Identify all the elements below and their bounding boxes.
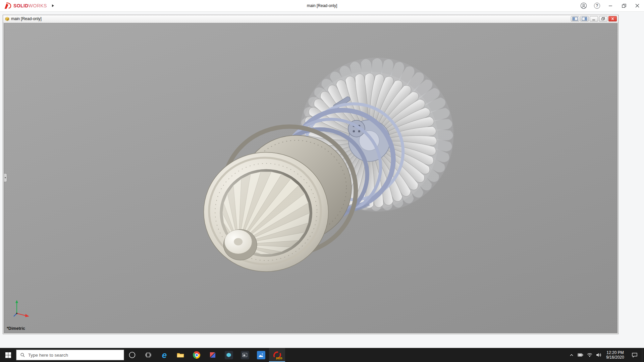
- network-status-button[interactable]: [585, 348, 594, 362]
- screenshot-tool-icon: [241, 351, 249, 359]
- show-desktop-strip[interactable]: [642, 348, 644, 362]
- document-title: main [Read-only]: [11, 16, 42, 21]
- app-titlebar: SOLIDWORKS main [Read-only] ?: [0, 0, 644, 12]
- assembly-cube-icon: [5, 17, 9, 21]
- doc-restore-button[interactable]: [599, 16, 607, 21]
- windows-taskbar: e: [0, 348, 644, 362]
- search-icon: [20, 352, 25, 358]
- taskbar-icon-chrome[interactable]: [189, 348, 205, 362]
- solidworks-year-badge: 2020: [276, 357, 282, 360]
- restore-icon: [621, 2, 627, 9]
- taskbar-clock[interactable]: 12:20 PM 9/16/2020: [603, 348, 627, 362]
- doc-tile-right-button[interactable]: [580, 16, 589, 21]
- brand-light: WORKS: [29, 3, 47, 8]
- doc-minimize-button[interactable]: [590, 16, 598, 21]
- taskbar-search[interactable]: [16, 350, 124, 360]
- menu-expand-arrow-icon[interactable]: [52, 4, 54, 7]
- feature-panel-expand-tab[interactable]: [4, 173, 7, 182]
- windows-logo-icon: [5, 352, 11, 358]
- volume-button[interactable]: [594, 348, 603, 362]
- taskbar-icon-screenshot-tool[interactable]: [237, 348, 253, 362]
- action-center-button[interactable]: [627, 348, 642, 362]
- app-close-button[interactable]: [631, 0, 644, 11]
- help-button[interactable]: ?: [590, 0, 604, 11]
- triad-x-axis: [17, 313, 26, 316]
- workspace: main [Read-only]: [0, 12, 644, 348]
- app-minimize-button[interactable]: [604, 0, 617, 11]
- tile-right-icon: [582, 17, 587, 21]
- close-icon: [634, 2, 641, 9]
- screen: SOLIDWORKS main [Read-only] ?: [0, 0, 644, 362]
- solidworks-brand: SOLIDWORKS: [0, 2, 54, 9]
- tray-expand-button[interactable]: [567, 348, 576, 362]
- notification-icon: [632, 352, 638, 358]
- taskbar-icon-solidworks[interactable]: 2020: [269, 348, 285, 362]
- clock-time: 12:20 PM: [606, 350, 624, 355]
- wifi-icon: [587, 353, 592, 357]
- edge-icon: e: [162, 351, 167, 359]
- edrawings-icon: [225, 351, 233, 359]
- doc-close-icon: [610, 17, 615, 21]
- document-window: main [Read-only]: [3, 15, 619, 334]
- speaker-icon: [596, 353, 601, 357]
- help-icon: ?: [594, 3, 600, 9]
- orientation-triad: [11, 297, 34, 320]
- doc-tile-left-button[interactable]: [571, 16, 579, 21]
- document-titlebar: main [Read-only]: [3, 15, 618, 23]
- taskbar-icon-edge[interactable]: e: [156, 348, 172, 362]
- jet-engine-model: [4, 23, 617, 333]
- account-button[interactable]: [577, 0, 590, 11]
- doc-close-button[interactable]: [608, 16, 617, 21]
- clock-date: 9/16/2020: [606, 355, 624, 360]
- account-icon: [580, 2, 587, 9]
- taskbar-icon-file-explorer[interactable]: [172, 348, 189, 362]
- minimize-icon: [607, 2, 614, 9]
- view-orientation-label: *Dimetric: [7, 326, 25, 331]
- solidworks-app-icon: 2020: [273, 351, 282, 360]
- chrome-icon: [193, 351, 200, 359]
- doc-minimize-icon: [591, 17, 596, 21]
- app-title: main [Read-only]: [307, 3, 337, 8]
- chevron-up-icon: [569, 353, 574, 357]
- document-window-controls: [571, 16, 617, 21]
- app-window-controls: ?: [577, 0, 644, 11]
- start-button[interactable]: [0, 348, 16, 362]
- photos-icon: [257, 351, 265, 359]
- taskbar-icon-paint3d[interactable]: [205, 348, 221, 362]
- search-input[interactable]: [28, 353, 120, 358]
- tile-left-icon: [572, 17, 578, 21]
- brand-text: SOLIDWORKS: [13, 3, 47, 8]
- system-tray: 12:20 PM 9/16/2020: [567, 348, 644, 362]
- solidworks-logo-icon: [3, 2, 11, 9]
- file-explorer-icon: [176, 351, 184, 359]
- brand-bold: SOLID: [13, 3, 29, 8]
- battery-status-button[interactable]: [576, 348, 585, 362]
- cortana-button[interactable]: [124, 348, 140, 362]
- battery-icon: [578, 353, 583, 357]
- taskbar-icon-photos[interactable]: [253, 348, 269, 362]
- task-view-icon: [145, 351, 152, 359]
- panel-tab-dot-icon: [5, 177, 6, 178]
- graphics-viewport[interactable]: *Dimetric: [4, 23, 618, 333]
- taskbar-icon-edrawings[interactable]: [221, 348, 237, 362]
- task-view-button[interactable]: [140, 348, 156, 362]
- cortana-icon: [128, 351, 136, 359]
- app-restore-button[interactable]: [617, 0, 631, 11]
- doc-restore-icon: [601, 17, 606, 21]
- paint3d-icon: [209, 351, 216, 359]
